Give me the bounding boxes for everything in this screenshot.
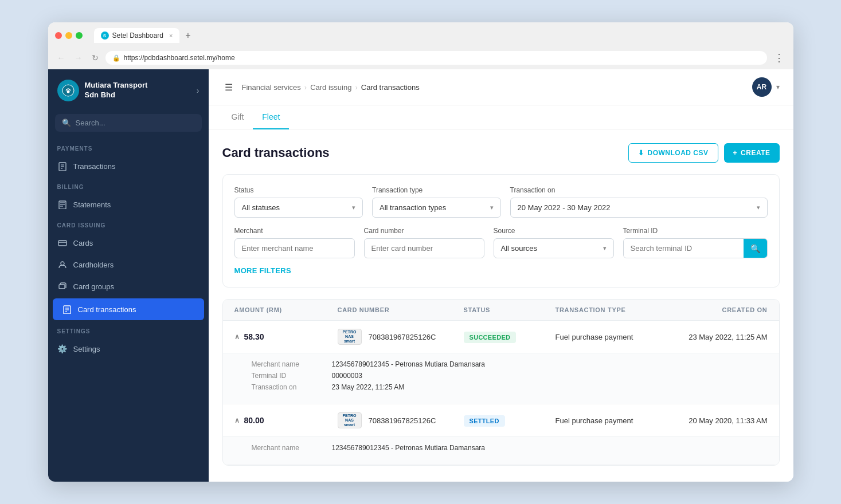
transaction-type-2: Fuel purchase payment [556,416,653,425]
card-number-cell-2: PETRONASsmart 708381967825126C [338,412,464,428]
tab-gift-label: Gift [232,112,244,121]
detail-merchant-value-2: 123456789012345 - Petronas Mutiara Daman… [332,444,486,452]
detail-merchant-label-1: Merchant name [252,360,332,368]
status-chevron-icon: ▾ [352,204,355,211]
forward-button[interactable]: → [72,52,85,64]
main-content: ☰ Financial services › Card issuing › Ca… [209,69,793,482]
status-value: All statuses [242,203,280,212]
address-bar[interactable]: 🔒 https://pdbdashboard.setel.my/home [105,51,767,65]
company-header[interactable]: Mutiara TransportSdn Bhd › [48,69,209,112]
collapse-icon-1: ∧ [234,333,240,341]
svg-rect-10 [58,241,67,246]
back-button[interactable]: ← [55,52,68,64]
card-number-value-2: 708381967825126C [369,416,436,425]
sidebar-item-transactions[interactable]: Transactions [48,155,209,177]
minimize-traffic-light[interactable] [65,32,72,39]
browser-window: S Setel Dashboard × + ← → ↻ 🔒 https://pd… [48,22,793,482]
tab-title: Setel Dashboard [112,32,163,40]
table-row-main-1[interactable]: ∧ 58.30 PETRONASsmart 708381967825126C S [223,321,779,353]
card-number-input[interactable] [364,238,484,258]
transaction-on-label: Transaction on [510,186,768,194]
lock-icon: 🔒 [112,54,120,62]
terminal-search-button[interactable]: 🔍 [744,239,767,258]
sidebar-item-statements[interactable]: Statements [48,194,209,215]
plus-icon: + [733,149,738,157]
sidebar-item-cards[interactable]: Cards [48,232,209,254]
source-label: Source [494,227,614,235]
detail-txn-on-value-1: 23 May 2022, 11:25 AM [332,383,405,391]
amount-value-2: 80.00 [244,416,264,425]
create-button[interactable]: + CREATE [724,143,780,163]
row-detail-1: Merchant name 123456789012345 - Petronas… [223,353,779,404]
maximize-traffic-light[interactable] [76,32,83,39]
source-select[interactable]: All sources ▾ [494,238,614,258]
transactions-icon [57,161,68,171]
statements-icon [57,199,68,210]
terminal-id-label: Terminal ID [623,227,768,235]
new-tab-button[interactable]: + [182,29,194,42]
breadcrumb: Financial services › Card issuing › Card… [242,83,420,92]
terminal-search-icon: 🔍 [750,244,760,253]
transaction-type-select[interactable]: All transaction types ▾ [372,198,501,218]
search-icon: 🔍 [62,119,71,127]
breadcrumb-card-issuing[interactable]: Card issuing [310,83,351,92]
transaction-on-filter-group: Transaction on 20 May 2022 - 30 May 2022… [510,186,768,218]
table-row-main-2[interactable]: ∧ 80.00 PETRONASsmart 708381967825126C S [223,404,779,436]
url-text: https://pdbdashboard.setel.my/home [124,54,235,62]
page-actions: ⬇ DOWNLOAD CSV + CREATE [628,143,779,163]
created-on-1: 23 May 2022, 11:25 AM [653,333,768,341]
transaction-type-filter-group: Transaction type All transaction types ▾ [372,186,501,218]
top-bar-right: AR ▾ [752,77,780,97]
cardholders-icon [57,259,68,270]
source-filter-group: Source All sources ▾ [494,227,614,258]
terminal-id-input[interactable] [624,239,744,258]
hamburger-button[interactable]: ☰ [222,81,235,94]
search-placeholder: Search... [76,119,105,127]
amount-value-1: 58.30 [244,332,264,341]
detail-row-merchant-2: Merchant name 123456789012345 - Petronas… [252,444,765,452]
th-card-number: CARD NUMBER [338,306,464,313]
tab-fleet[interactable]: Fleet [253,105,289,129]
breadcrumb-financial-services[interactable]: Financial services [242,83,301,92]
detail-row-txn-on-1: Transaction on 23 May 2022, 11:25 AM [252,383,765,391]
sidebar-item-settings[interactable]: ⚙️ Settings [48,338,209,360]
transaction-on-value: 20 May 2022 - 30 May 2022 [518,203,611,212]
table-row: ∧ 58.30 PETRONASsmart 708381967825126C S [223,321,779,404]
browser-chrome: S Setel Dashboard × + ← → ↻ 🔒 https://pd… [48,22,793,69]
tab-close-button[interactable]: × [169,32,173,39]
nav-section-card-issuing: CARD ISSUING [48,215,209,232]
merchant-label: Merchant [234,227,355,235]
download-icon: ⬇ [638,149,644,157]
status-select[interactable]: All statuses ▾ [234,198,363,218]
reload-button[interactable]: ↻ [89,52,101,64]
user-avatar[interactable]: AR [752,77,772,97]
collapse-icon-2: ∧ [234,416,240,424]
tab-gift[interactable]: Gift [222,105,253,129]
settings-icon: ⚙️ [57,344,68,354]
tab-bar: S Setel Dashboard × + [94,28,194,43]
detail-row-merchant-1: Merchant name 123456789012345 - Petronas… [252,360,765,368]
sidebar-search[interactable]: 🔍 Search... [55,114,202,132]
transaction-type-chevron-icon: ▾ [490,204,494,211]
app-container: Mutiara TransportSdn Bhd › 🔍 Search... P… [48,69,793,482]
transaction-on-select[interactable]: 20 May 2022 - 30 May 2022 ▾ [510,198,768,218]
svg-point-1 [67,90,69,93]
close-traffic-light[interactable] [55,32,62,39]
sidebar-item-card-groups[interactable]: Card groups [48,275,209,297]
user-menu-chevron-icon[interactable]: ▾ [776,83,780,91]
sidebar-item-card-transactions[interactable]: Card transactions [53,298,204,320]
browser-menu-button[interactable]: ⋮ [772,52,787,64]
tab-favicon: S [101,32,109,40]
th-created-on: CREATED ON [653,306,768,313]
filter-row-2: Merchant Card number Source All sources … [234,227,768,258]
browser-tab[interactable]: S Setel Dashboard × [94,28,180,43]
download-csv-button[interactable]: ⬇ DOWNLOAD CSV [628,143,718,163]
merchant-filter-group: Merchant [234,227,355,258]
transactions-label: Transactions [73,162,116,171]
merchant-input[interactable] [234,238,355,258]
filter-row-1: Status All statuses ▾ Transaction type A… [234,186,768,218]
sidebar-item-cardholders[interactable]: Cardholders [48,254,209,275]
status-label: Status [234,186,363,194]
more-filters-button[interactable]: MORE FILTERS [234,266,291,275]
table-row-2-container: ∧ 80.00 PETRONASsmart 708381967825126C S [223,404,779,465]
